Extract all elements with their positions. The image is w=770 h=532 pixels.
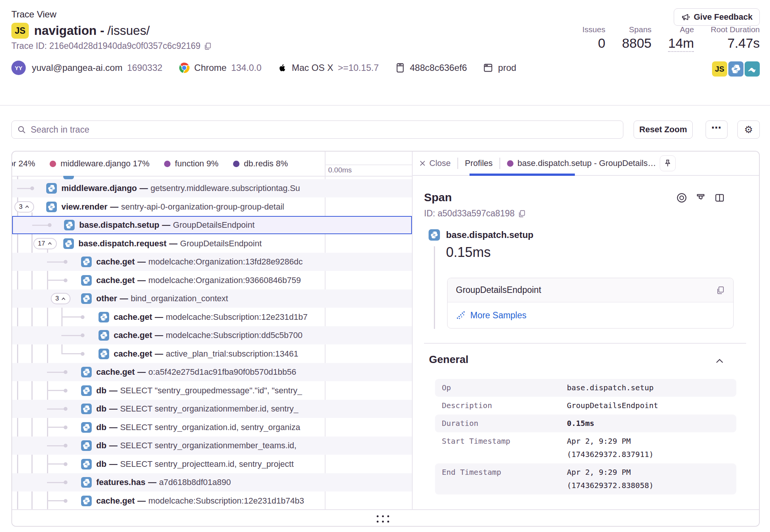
span-op: cache.get: [114, 349, 152, 358]
span-row-cache.get[interactable]: cache.get—modelcache:Subscription:dd5c5b…: [12, 326, 412, 345]
close-tab[interactable]: Close: [419, 158, 451, 168]
device-id: 488c8c636ef6: [410, 63, 467, 73]
trace-search: [11, 120, 623, 139]
pin-tab-button[interactable]: [660, 155, 676, 171]
kv-label: Description: [442, 397, 567, 415]
span-description: a7d618b8df01a890: [159, 477, 231, 487]
span-description: modelcache:Organization:13fd28e9286dc: [149, 257, 303, 266]
span-row-cache.get[interactable]: cache.get—modelcache:Organization:13fd28…: [12, 253, 412, 271]
expand-collapse-pill[interactable]: 3: [14, 201, 34, 213]
tree-connector-line: [61, 335, 83, 336]
op-desc-separator: —: [155, 312, 163, 322]
tree-connector-dot: [64, 499, 67, 503]
span-row-middleware.django[interactable]: middleware.django—getsentry.middleware.s…: [12, 179, 412, 198]
span-row-db[interactable]: db—SELECT sentry_organizationmember_team…: [12, 437, 412, 455]
collapse-chevron-icon[interactable]: [715, 356, 725, 366]
profiles-tab[interactable]: Profiles: [465, 158, 493, 168]
more-options-button[interactable]: ⋯: [706, 120, 728, 139]
tree-connector-line: [47, 261, 66, 263]
span-row-label: cache.get—modelcache:Subscription:12e231…: [96, 496, 325, 506]
span-op: db: [96, 386, 106, 395]
tree-connector-line: [47, 445, 66, 446]
span-row-db[interactable]: db—SELECT "sentry_groupedmessage"."id", …: [12, 381, 412, 400]
span-description: SELECT sentry_projectteam.id, sentry_pro…: [120, 459, 294, 469]
more-samples-link[interactable]: More Samples: [470, 310, 526, 321]
copy-icon[interactable]: [716, 286, 725, 295]
span-row-db[interactable]: db—SELECT sentry_organization.id, sentry…: [12, 418, 412, 437]
copy-icon[interactable]: [518, 210, 526, 218]
span-op: view.render: [61, 202, 107, 211]
op-desc-separator: —: [109, 404, 117, 413]
span-row-db[interactable]: db—SELECT sentry_organizationmember.id, …: [12, 400, 412, 418]
span-row-label: other—bind_organization_context: [96, 294, 325, 304]
expand-collapse-pill[interactable]: 3: [51, 293, 70, 304]
tree-connector-line: [61, 353, 83, 354]
op-desc-separator: —: [148, 477, 157, 487]
span-row-cache.get[interactable]: cache.get—modelcache:Subscription:12e231…: [12, 491, 412, 509]
legend-dot: [50, 161, 56, 167]
filter-icon[interactable]: [695, 192, 707, 204]
span-row-db[interactable]: db—SELECT sentry_projectteam.id, sentry_…: [12, 455, 412, 473]
python-icon: [99, 330, 109, 341]
span-row-base.dispatch.setup[interactable]: base.dispatch.setup—GroupDetailsEndpoint: [12, 216, 412, 235]
op-desc-separator: —: [138, 496, 146, 505]
page-title-row: JS navigation -/issues/: [11, 23, 150, 39]
span-row-cache.get[interactable]: cache.get—o:a5f42e275d1ac91fba90f0b570d1…: [12, 363, 412, 382]
resize-drag-handle[interactable]: [377, 515, 389, 523]
op-desc-separator: —: [139, 183, 148, 193]
tree-connector-dot: [64, 407, 67, 411]
span-row-label: db—SELECT sentry_projectteam.id, sentry_…: [96, 459, 325, 469]
span-id: ID: a50d33a597ca8198: [424, 208, 526, 219]
span-row-features.has[interactable]: features.has—a7d618b8df01a890: [12, 473, 412, 492]
tree-connector-dot: [64, 370, 67, 374]
span-op: cache.get: [96, 367, 135, 377]
legend-item: db.redis 8%: [233, 159, 288, 169]
reset-zoom-button[interactable]: Reset Zoom: [634, 120, 693, 139]
tree-connector-dot: [81, 333, 85, 337]
python-icon: [81, 404, 92, 414]
op-desc-separator: —: [109, 386, 117, 395]
python-icon: [81, 459, 92, 469]
chrome-icon: [178, 62, 190, 74]
tree-connector-line: [47, 280, 66, 281]
stat-spans: Spans8805: [622, 25, 651, 52]
op-desc-separator: —: [138, 367, 146, 377]
copy-icon[interactable]: [203, 42, 212, 50]
span-row-cache.get[interactable]: cache.get—modelcache:Organization:936608…: [12, 271, 412, 289]
span-row-label: cache.get—active_plan_trial:subscription…: [114, 349, 325, 359]
span-description: modelcache:Organization:93660846b759: [149, 275, 301, 285]
tree-connector-line: [47, 372, 66, 373]
search-input[interactable]: [30, 124, 618, 135]
tree-connector-dot: [64, 279, 67, 282]
trace-waterfall-card: or 24%middleware.django 17%function 9%db…: [11, 151, 760, 527]
span-row-other[interactable]: 3other—bind_organization_context: [12, 289, 412, 308]
python-icon: [81, 385, 92, 396]
span-description: bind_organization_context: [131, 294, 228, 303]
stat-label: Age: [680, 25, 694, 34]
span-details-panel: Close Profiles base.dispatch.setup - Gro…: [412, 152, 760, 509]
kv-label: End Timestamp: [442, 463, 567, 481]
child-count: 3: [55, 295, 59, 302]
span-row-base.dispatch.request[interactable]: 17base.dispatch.request—GroupDetailsEndp…: [12, 234, 412, 253]
give-feedback-button[interactable]: Give Feedback: [674, 8, 760, 26]
pin-icon: [663, 159, 672, 168]
span-description: SELECT sentry_organizationmember.id, sen…: [120, 404, 298, 413]
kv-value: Apr 2, 9:29 PM(1743629372.837911): [567, 432, 654, 463]
device-icon: [395, 63, 405, 73]
tree-connector-line: [47, 463, 66, 465]
tree-connector-dot: [48, 223, 52, 227]
python-icon: [99, 312, 109, 322]
tree-connector-line: [17, 188, 32, 189]
tree-connector-line: [47, 482, 66, 483]
active-span-tab[interactable]: base.dispatch.setup - GroupDetails…: [507, 158, 656, 168]
layout-columns-icon[interactable]: [714, 192, 726, 204]
settings-gear-button[interactable]: ⚙: [737, 120, 760, 139]
focus-span-icon[interactable]: [676, 192, 688, 204]
legend-label: function 9%: [175, 159, 219, 169]
environment: prod: [498, 63, 516, 73]
expand-collapse-pill[interactable]: 17: [33, 238, 57, 249]
span-row-cache.get[interactable]: cache.get—modelcache:Subscription:12e231…: [12, 308, 412, 326]
span-row-view.render[interactable]: 3view.render—sentry-api-0-organization-g…: [12, 197, 412, 216]
apple-icon: [277, 63, 287, 73]
span-row-cache.get[interactable]: cache.get—active_plan_trial:subscription…: [12, 344, 412, 363]
